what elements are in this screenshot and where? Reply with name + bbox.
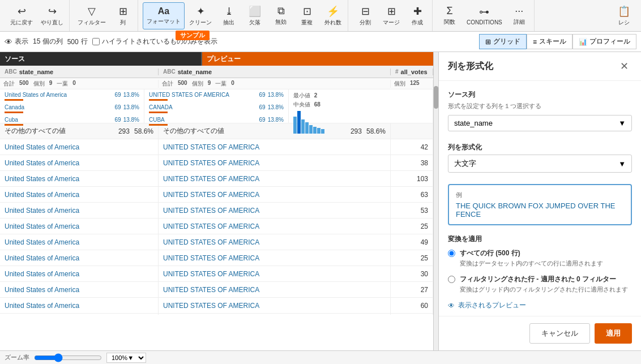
resample-button[interactable]: ⊡ 重複: [294, 2, 319, 29]
bar-2: [297, 111, 301, 134]
src-cell: United States of America: [0, 282, 159, 297]
grid-icon: ⊞: [485, 38, 491, 46]
cancel-button[interactable]: キャンセル: [529, 323, 590, 344]
apply-section: 変換を適用 すべての行 (500 行) 変換はデータセット内のすべての行に適用さ…: [448, 234, 632, 310]
undo-button[interactable]: ↩ 元に戻す: [7, 2, 36, 29]
show-toggle[interactable]: 👁 表示: [5, 37, 28, 46]
show-label: 表示: [15, 37, 28, 46]
radio-all-desc: 変換はデータセット内のすべての行に適用されます: [460, 259, 603, 268]
duplicates-button[interactable]: ⧉ 無効: [268, 2, 293, 29]
source-col-title: ソース列: [448, 90, 632, 100]
bar-7: [317, 128, 320, 134]
histogram-preview: UNITED STATES OF AMERICA 69 13.8% CANADA…: [144, 89, 289, 123]
col-header-state-name[interactable]: ABC state_name: [0, 68, 159, 75]
aggregate-label: 関数: [444, 18, 455, 26]
close-panel-button[interactable]: ✕: [617, 59, 632, 74]
source-section-header: ソース: [0, 52, 202, 66]
profile-view-button[interactable]: 📊 プロフィール: [572, 34, 636, 49]
format-label: フォーマット: [147, 18, 181, 25]
columns-button[interactable]: ⊞ 列: [110, 2, 135, 29]
col-name-preview: state_name: [178, 68, 212, 75]
table-row: United States of America UNITED STATES O…: [0, 314, 433, 315]
stats-cell-src: 合計 500 個別 9 一葉 0: [0, 80, 159, 88]
recipe-label: レシ: [618, 19, 630, 27]
num-cell: 60: [391, 298, 433, 313]
eye-icon: 👁: [448, 302, 455, 310]
highlight-checkbox[interactable]: [92, 38, 100, 45]
extract-button[interactable]: ⤓ 抽出: [216, 2, 241, 29]
schema-icon: ≡: [533, 38, 537, 46]
apply-title: 変換を適用: [448, 234, 632, 244]
radio-filtered[interactable]: [448, 276, 455, 283]
source-col-dropdown[interactable]: state_name ▼: [448, 115, 632, 131]
zoom-select[interactable]: 100%▼ 50% 75% 150% 200%: [106, 353, 146, 363]
topbar: 👁 表示 15 個の列 500 行 ハイライトされているもののみを表示 サンプル…: [0, 32, 641, 52]
schema-view-button[interactable]: ≡ スキール: [527, 34, 572, 49]
undo-icon: ↩: [18, 5, 26, 18]
preview-cell: UNITED STATES OF AMERICA: [159, 266, 391, 281]
radio-all-label: すべての行 (500 行): [460, 249, 603, 258]
merge-label: マージ: [383, 19, 400, 27]
scrollbar-track[interactable]: [434, 52, 438, 350]
outliers-icon: ⚡: [327, 5, 339, 18]
table-row: United States of America UNITED STATES O…: [0, 266, 433, 282]
stats-row: 合計 500 個別 9 一葉 0 合計 500 個別 9 一葉 0 個別 125: [0, 78, 433, 89]
radio-all[interactable]: [448, 250, 455, 257]
preview-cell: UNITED STATES OF AMERICA: [159, 314, 391, 315]
format-dropdown[interactable]: 大文字 ▼: [448, 155, 632, 173]
redo-button[interactable]: ↪ やり直し: [37, 2, 67, 29]
recipe-button[interactable]: 📋 レシ: [612, 2, 636, 29]
recipe-section: 📋 レシ: [612, 2, 636, 29]
num-cell: 49: [391, 234, 433, 250]
source-col-section: ソース列 形式を設定する列を１つ選択する state_name ▼: [448, 90, 632, 131]
filter-button[interactable]: ▽ フィルター: [74, 2, 109, 29]
num-cell: 25: [391, 250, 433, 265]
example-text: THE QUICK BROWN FOX JUMPED OVER THE FENC…: [456, 202, 624, 219]
format-icon: Aa: [158, 6, 169, 16]
main-content: ソース プレビュー ABC state_name ABC state_name …: [0, 52, 641, 350]
create-button[interactable]: ✚ 作成: [405, 2, 430, 29]
redo-label: やり直し: [41, 19, 63, 27]
toolbar: ↩ 元に戻す ↪ やり直し ▽ フィルター ⊞ 列 Aa フォーマット ✦ クリ…: [0, 0, 641, 32]
clean-button[interactable]: ✦ クリーン: [186, 2, 215, 29]
conditions-button[interactable]: ⊶ CONDITIONS: [463, 2, 506, 29]
missing-label: 欠落: [249, 19, 260, 27]
preview-link[interactable]: 👁 表示されるプレビュー: [448, 301, 632, 310]
num-cell: 30: [391, 266, 433, 281]
col-type-preview: ABC: [163, 68, 176, 75]
aggregate-button[interactable]: Σ 関数: [437, 2, 462, 29]
table-row: United States of America UNITED STATES O…: [0, 203, 433, 219]
col-header-votes[interactable]: # all_votes: [391, 68, 433, 75]
histogram-num: 最小値 2 中央値 68: [289, 89, 433, 123]
preview-cell: UNITED STATES OF AMERICA: [159, 203, 391, 218]
merge-button[interactable]: ⊞ マージ: [379, 2, 404, 29]
redo-icon: ↪: [48, 5, 57, 18]
apply-button[interactable]: 適用: [595, 323, 632, 344]
col-type-1: ABC: [5, 68, 17, 75]
outliers-button[interactable]: ⚡ 外れ数: [320, 2, 345, 29]
grid-view-button[interactable]: ⊞ グリッド: [479, 34, 527, 49]
profile-label: プロフィール: [589, 37, 630, 46]
src-cell: United States of America: [0, 298, 159, 313]
scrollbar-thumb[interactable]: [434, 86, 438, 109]
extract-label: 抽出: [223, 19, 234, 27]
split-label: 分割: [360, 19, 371, 27]
table-row: United States of America UNITED STATES O…: [0, 298, 433, 314]
zoom-slider[interactable]: [34, 353, 102, 362]
preview-cell: UNITED STATES OF AMERICA: [159, 250, 391, 265]
split-button[interactable]: ⊟ 分割: [353, 2, 378, 29]
format-value: 大文字: [454, 159, 476, 169]
col-header-preview-state-name[interactable]: ABC state_name: [159, 68, 391, 75]
data-rows-container: United States of America UNITED STATES O…: [0, 139, 433, 315]
create-icon: ✚: [413, 5, 422, 18]
undo-label: 元に戻す: [10, 19, 33, 27]
preview-cell: UNITED STATES OF AMERICA: [159, 139, 391, 155]
outliers-label: 外れ数: [324, 19, 341, 27]
more-button[interactable]: ··· 詳細: [507, 2, 532, 29]
panel-title: 列を形式化: [448, 61, 493, 72]
stats-cell-preview: 合計 500 個別 9 一葉 0: [159, 80, 391, 88]
undo-redo-group: ↩ 元に戻す ↪ やり直し: [5, 0, 70, 31]
num-cell: 42: [391, 139, 433, 155]
format-button[interactable]: Aa フォーマット: [143, 2, 185, 29]
missing-button[interactable]: ⬜ 欠落: [242, 2, 267, 29]
